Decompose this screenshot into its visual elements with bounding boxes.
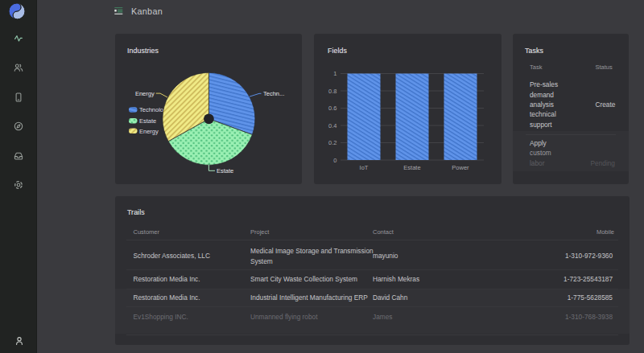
svg-text:IoT: IoT	[360, 164, 369, 171]
svg-text:Energy: Energy	[135, 90, 155, 97]
svg-text:Power: Power	[452, 164, 469, 171]
svg-text:0.2: 0.2	[328, 139, 336, 146]
svg-text:Estate: Estate	[403, 164, 420, 171]
svg-text:Estate: Estate	[139, 117, 156, 125]
svg-text:Energy: Energy	[139, 128, 159, 135]
svg-text:0: 0	[333, 157, 336, 164]
svg-text:Estate: Estate	[217, 167, 233, 174]
svg-text:0.6: 0.6	[328, 105, 336, 112]
svg-text:0.8: 0.8	[328, 88, 336, 95]
svg-text:0.4: 0.4	[328, 122, 336, 129]
svg-text:Techn...: Techn...	[263, 90, 284, 97]
svg-text:1: 1	[333, 70, 336, 77]
